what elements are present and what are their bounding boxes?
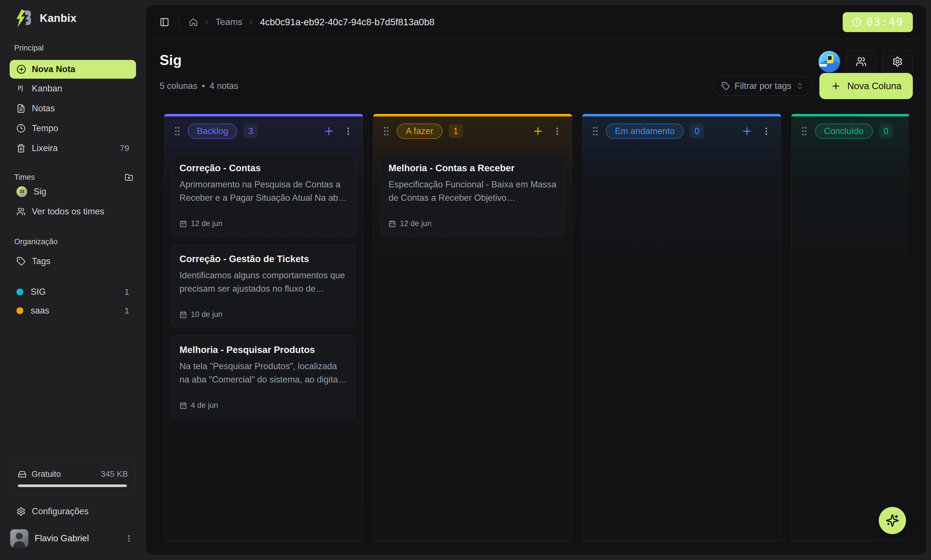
column-name-pill[interactable]: Backlog xyxy=(188,123,237,139)
kanban-board: Backlog 3 Correção - Contas Aprimorament… xyxy=(164,114,909,541)
trash-count-badge: 79 xyxy=(120,143,129,153)
drag-handle-icon[interactable] xyxy=(174,126,180,136)
new-note-label: Nova Nota xyxy=(32,64,75,74)
file-text-icon xyxy=(17,104,26,113)
storage-progress-fill xyxy=(18,485,127,487)
sidebar-item-label: Lixeira xyxy=(32,143,58,153)
column-backlog: Backlog 3 Correção - Contas Aprimorament… xyxy=(164,114,363,541)
card-date-row: 12 de jun xyxy=(180,219,348,228)
breadcrumb-teams[interactable]: Teams xyxy=(215,17,242,27)
sidebar-toggle-icon[interactable] xyxy=(160,17,169,27)
card-date-row: 12 de jun xyxy=(389,219,557,228)
user-menu-row[interactable]: Flavio Gabriel xyxy=(10,529,136,548)
columns-count: 5 colunas xyxy=(160,81,197,91)
drag-handle-icon[interactable] xyxy=(592,126,599,136)
drag-handle-icon[interactable] xyxy=(801,126,808,136)
topbar: Teams 4cb0c91a-eb92-40c7-94c8-b7d5f813a0… xyxy=(146,5,926,40)
section-times: Times xyxy=(14,173,35,182)
ai-assistant-fab[interactable] xyxy=(879,507,906,534)
column-body: Melhoria - Contas a Receber Especificaçã… xyxy=(374,146,572,244)
calendar-icon xyxy=(389,220,396,228)
column-count-badge: 1 xyxy=(449,124,463,138)
app-logo: Kanbix xyxy=(10,9,136,28)
new-column-label: Nova Coluna xyxy=(847,81,902,91)
filter-by-tags-select[interactable]: Filtrar por tags xyxy=(713,76,812,96)
board-avatar[interactable] xyxy=(819,51,840,72)
column-menu-icon[interactable] xyxy=(552,126,562,136)
tag-count: 1 xyxy=(125,306,129,315)
folder-plus-icon[interactable] xyxy=(125,173,133,182)
add-card-icon[interactable] xyxy=(323,125,335,137)
add-card-icon[interactable] xyxy=(532,125,544,137)
sidebar-item-configuracoes[interactable]: Configurações xyxy=(10,502,136,522)
kanban-card[interactable]: Melhoria - Contas a Receber Especificaçã… xyxy=(380,154,565,236)
sidebar-item-view-all-teams[interactable]: Ver todos os times xyxy=(10,202,136,222)
card-description: Na tela "Pesquisar Produtos", localizada… xyxy=(180,360,348,386)
sidebar-item-lixeira[interactable]: Lixeira 79 xyxy=(10,138,136,158)
sidebar-item-team-sig[interactable]: SI Sig xyxy=(10,182,136,202)
sidebar-item-label: Tags xyxy=(32,256,50,266)
sidebar-item-notas[interactable]: Notas xyxy=(10,98,136,118)
chevron-right-icon xyxy=(248,19,254,25)
tag-name: saas xyxy=(31,306,49,316)
new-column-button[interactable]: Nova Coluna xyxy=(819,73,913,99)
column-header: A fazer 1 xyxy=(374,117,572,146)
kanban-card[interactable]: Melhoria - Pesquisar Produtos Na tela "P… xyxy=(171,335,356,418)
user-name: Flavio Gabriel xyxy=(35,533,89,543)
board-settings-button[interactable] xyxy=(882,50,913,73)
section-organizacao: Organização xyxy=(14,237,136,246)
column-name-pill[interactable]: Em andamento xyxy=(606,123,683,139)
notes-count: 4 notas xyxy=(209,81,239,91)
sidebar-item-tempo[interactable]: Tempo xyxy=(10,118,136,138)
timer-widget[interactable]: 03:49 xyxy=(843,12,913,32)
card-date-row: 10 de jun xyxy=(180,310,348,319)
sidebar-item-kanban[interactable]: Kanban xyxy=(10,78,136,98)
column-name-pill[interactable]: Concluído xyxy=(815,123,873,139)
board-content: Sig 5 colunas • 4 notas Filtrar por tags xyxy=(146,40,926,555)
meta-separator: • xyxy=(202,81,205,91)
tag-row-sig[interactable]: SIG 1 xyxy=(10,283,136,301)
home-icon[interactable] xyxy=(189,18,198,27)
main-panel: Teams 4cb0c91a-eb92-40c7-94c8-b7d5f813a0… xyxy=(146,5,927,555)
column-concluido: Concluído 0 xyxy=(791,114,909,541)
column-count-badge: 3 xyxy=(243,124,258,138)
add-card-icon[interactable] xyxy=(741,125,753,137)
drag-handle-icon[interactable] xyxy=(383,126,389,136)
column-header: Backlog 3 xyxy=(165,117,363,146)
spacer xyxy=(10,320,136,462)
user-avatar xyxy=(10,529,28,548)
column-header: Em andamento 0 xyxy=(583,117,781,146)
column-name-pill[interactable]: A fazer xyxy=(397,123,443,139)
section-principal: Principal xyxy=(14,44,136,52)
tag-color-dot xyxy=(17,307,23,314)
sidebar: Kanbix Principal Nova Nota Kanban Notas … xyxy=(0,0,146,560)
card-date: 4 de jun xyxy=(191,401,218,410)
calendar-icon xyxy=(180,311,187,318)
column-accent-strip xyxy=(164,114,363,117)
storage-progressbar xyxy=(18,485,128,487)
tag-count: 1 xyxy=(125,287,129,297)
sidebar-item-tags[interactable]: Tags xyxy=(10,251,136,271)
trash-icon xyxy=(17,144,26,153)
card-date: 12 de jun xyxy=(191,219,222,228)
tag-icon xyxy=(17,257,26,266)
new-note-button[interactable]: Nova Nota xyxy=(10,60,136,78)
board-toolbar: Filtrar por tags Nova Coluna xyxy=(713,73,913,99)
kanban-card[interactable]: Correção - Contas Aprimoramento na Pesqu… xyxy=(171,154,356,236)
card-description: Especificação Funcional - Baixa em Massa… xyxy=(389,178,557,205)
column-accent-strip xyxy=(791,114,909,117)
card-description: Identificamos alguns comportamentos que … xyxy=(180,269,348,295)
gear-icon xyxy=(892,56,903,67)
members-button[interactable] xyxy=(846,50,877,73)
tag-row-saas[interactable]: saas 1 xyxy=(10,301,136,320)
tag-icon xyxy=(722,82,730,90)
kanban-card[interactable]: Correção - Gestão de Tickets Identificam… xyxy=(171,245,356,327)
card-title: Melhoria - Contas a Receber xyxy=(389,163,557,174)
column-menu-icon[interactable] xyxy=(343,126,353,136)
ellipsis-vertical-icon[interactable] xyxy=(125,534,133,543)
column-body xyxy=(791,146,909,162)
card-date: 10 de jun xyxy=(191,310,222,319)
column-menu-icon[interactable] xyxy=(762,126,771,136)
sidebar-item-label: Configurações xyxy=(32,506,89,517)
board-actions xyxy=(819,50,913,73)
